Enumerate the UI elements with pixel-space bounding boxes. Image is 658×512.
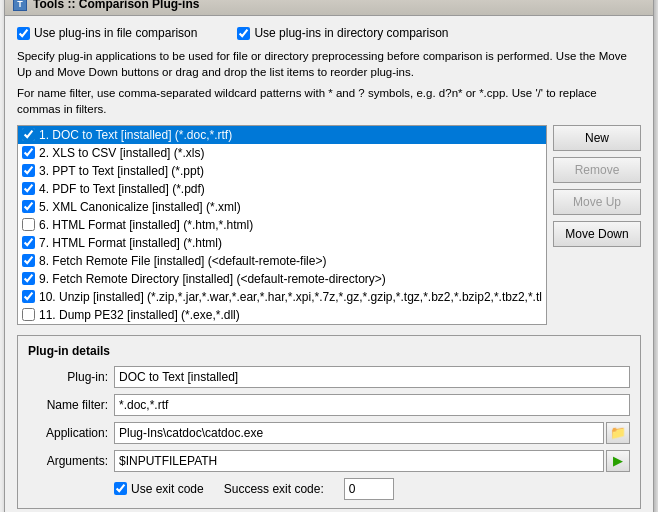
- content-area: Use plug-ins in file comparison Use plug…: [5, 16, 653, 512]
- use-exit-code-checkbox[interactable]: [114, 482, 127, 495]
- main-window: T Tools :: Comparison Plug-ins Use plug-…: [4, 0, 654, 512]
- arguments-label: Arguments:: [28, 454, 108, 468]
- success-exit-code-input[interactable]: [344, 478, 394, 500]
- application-input[interactable]: [114, 422, 604, 444]
- file-comparison-label: Use plug-ins in file comparison: [34, 26, 197, 40]
- play-icon: ▶: [613, 453, 623, 468]
- move-up-button[interactable]: Move Up: [553, 189, 641, 215]
- list-item-label: 1. DOC to Text [installed] (*.doc,*.rtf): [39, 128, 232, 142]
- list-item[interactable]: 6. HTML Format [installed] (*.htm,*.html…: [18, 216, 546, 234]
- list-item[interactable]: 7. HTML Format [installed] (*.html): [18, 234, 546, 252]
- arguments-input-group: ▶: [114, 450, 630, 472]
- file-comparison-checkbox[interactable]: [17, 27, 30, 40]
- use-exit-code-label[interactable]: Use exit code: [114, 482, 204, 496]
- list-item-checkbox[interactable]: [22, 164, 35, 177]
- list-item-checkbox[interactable]: [22, 200, 35, 213]
- list-item-label: 5. XML Canonicalize [installed] (*.xml): [39, 200, 241, 214]
- dir-comparison-label: Use plug-ins in directory comparison: [254, 26, 448, 40]
- list-item-checkbox[interactable]: [22, 218, 35, 231]
- plugin-list[interactable]: 1. DOC to Text [installed] (*.doc,*.rtf)…: [17, 125, 547, 325]
- folder-icon: 📁: [610, 425, 626, 440]
- list-item-label: 9. Fetch Remote Directory [installed] (<…: [39, 272, 386, 286]
- plugin-details-section: Plug-in details Plug-in: Name filter: Ap…: [17, 335, 641, 509]
- application-row: Application: 📁: [28, 422, 630, 444]
- plugin-in-label: Plug-in:: [28, 370, 108, 384]
- list-item-checkbox[interactable]: [22, 236, 35, 249]
- arguments-row: Arguments: ▶: [28, 450, 630, 472]
- new-button[interactable]: New: [553, 125, 641, 151]
- name-filter-row: Name filter:: [28, 394, 630, 416]
- list-item-checkbox[interactable]: [22, 182, 35, 195]
- list-item[interactable]: 3. PPT to Text [installed] (*.ppt): [18, 162, 546, 180]
- checkbox-row: Use plug-ins in file comparison Use plug…: [17, 26, 641, 40]
- plugin-details-title: Plug-in details: [28, 344, 630, 358]
- exit-code-row: Use exit code Success exit code:: [28, 478, 630, 500]
- dir-comparison-checkbox[interactable]: [237, 27, 250, 40]
- list-item-label: 6. HTML Format [installed] (*.htm,*.html…: [39, 218, 253, 232]
- list-item-label: 8. Fetch Remote File [installed] (<defau…: [39, 254, 326, 268]
- list-item-checkbox[interactable]: [22, 128, 35, 141]
- application-input-group: 📁: [114, 422, 630, 444]
- arguments-input[interactable]: [114, 450, 604, 472]
- list-item[interactable]: 9. Fetch Remote Directory [installed] (<…: [18, 270, 546, 288]
- list-item-checkbox[interactable]: [22, 146, 35, 159]
- list-item-label: 10. Unzip [installed] (*.zip,*.jar,*.war…: [39, 290, 542, 304]
- main-area: 1. DOC to Text [installed] (*.doc,*.rtf)…: [17, 125, 641, 325]
- list-item-checkbox[interactable]: [22, 290, 35, 303]
- list-item[interactable]: 11. Dump PE32 [installed] (*.exe,*.dll): [18, 306, 546, 324]
- file-comparison-checkbox-label[interactable]: Use plug-ins in file comparison: [17, 26, 197, 40]
- name-filter-input[interactable]: [114, 394, 630, 416]
- list-item-checkbox[interactable]: [22, 308, 35, 321]
- list-item-checkbox[interactable]: [22, 272, 35, 285]
- window-title: Tools :: Comparison Plug-ins: [33, 0, 199, 11]
- list-item[interactable]: 2. XLS to CSV [installed] (*.xls): [18, 144, 546, 162]
- application-label: Application:: [28, 426, 108, 440]
- list-item[interactable]: 1. DOC to Text [installed] (*.doc,*.rtf): [18, 126, 546, 144]
- info-text-1: Specify plug-in applications to be used …: [17, 48, 641, 80]
- window-icon: T: [13, 0, 27, 11]
- success-exit-code-label: Success exit code:: [224, 482, 324, 496]
- dir-comparison-checkbox-label[interactable]: Use plug-ins in directory comparison: [237, 26, 448, 40]
- list-item-label: 11. Dump PE32 [installed] (*.exe,*.dll): [39, 308, 240, 322]
- info-text-2: For name filter, use comma-separated wil…: [17, 85, 641, 117]
- use-exit-code-text: Use exit code: [131, 482, 204, 496]
- list-item-checkbox[interactable]: [22, 254, 35, 267]
- list-item[interactable]: 8. Fetch Remote File [installed] (<defau…: [18, 252, 546, 270]
- title-bar: T Tools :: Comparison Plug-ins: [5, 0, 653, 16]
- move-down-button[interactable]: Move Down: [553, 221, 641, 247]
- plugin-in-row: Plug-in:: [28, 366, 630, 388]
- list-item[interactable]: 10. Unzip [installed] (*.zip,*.jar,*.war…: [18, 288, 546, 306]
- remove-button[interactable]: Remove: [553, 157, 641, 183]
- application-browse-button[interactable]: 📁: [606, 422, 630, 444]
- list-item-label: 7. HTML Format [installed] (*.html): [39, 236, 222, 250]
- name-filter-label: Name filter:: [28, 398, 108, 412]
- list-item-label: 3. PPT to Text [installed] (*.ppt): [39, 164, 204, 178]
- list-item[interactable]: 4. PDF to Text [installed] (*.pdf): [18, 180, 546, 198]
- list-item-label: 2. XLS to CSV [installed] (*.xls): [39, 146, 204, 160]
- list-item-label: 4. PDF to Text [installed] (*.pdf): [39, 182, 205, 196]
- plugin-in-input[interactable]: [114, 366, 630, 388]
- arguments-run-button[interactable]: ▶: [606, 450, 630, 472]
- action-buttons: New Remove Move Up Move Down: [553, 125, 641, 325]
- list-item[interactable]: 5. XML Canonicalize [installed] (*.xml): [18, 198, 546, 216]
